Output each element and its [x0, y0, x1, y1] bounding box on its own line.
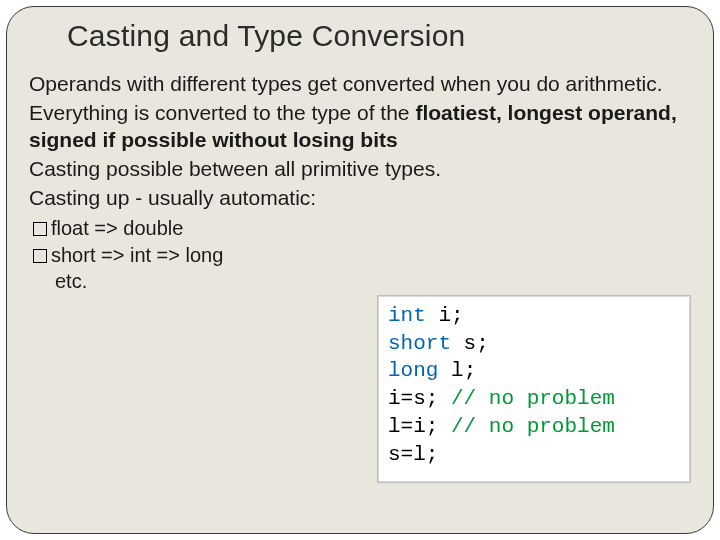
code-assign-is: i=s;: [388, 387, 451, 410]
paragraph-casting-possible: Casting possible between all primitive t…: [29, 156, 691, 183]
comment-no-problem-2: // no problem: [451, 415, 615, 438]
code-assign-li: l=i;: [388, 415, 451, 438]
slide-body: Operands with different types get conver…: [29, 71, 691, 295]
comment-no-problem-1: // no problem: [451, 387, 615, 410]
code-decl-l: l;: [438, 359, 476, 382]
text-everything-converted: Everything is converted to the type of t…: [29, 101, 415, 124]
bullet-float-double: float => double: [51, 217, 183, 239]
slide-frame: Casting and Type Conversion Operands wit…: [6, 6, 714, 534]
bullet-short-int-long: short => int => long: [51, 244, 223, 266]
square-bullet-icon: [33, 222, 47, 236]
slide-title: Casting and Type Conversion: [67, 19, 691, 53]
bullet-continuation-etc: etc.: [29, 269, 691, 295]
keyword-int: int: [388, 304, 426, 327]
keyword-short: short: [388, 332, 451, 355]
code-decl-i: i;: [426, 304, 464, 327]
list-item: short => int => long: [29, 242, 691, 269]
code-assign-sl: s=l;: [388, 443, 438, 466]
paragraph-conversion-rule: Everything is converted to the type of t…: [29, 100, 691, 154]
bullet-list: float => double short => int => long etc…: [29, 215, 691, 295]
keyword-long: long: [388, 359, 438, 382]
paragraph-operands: Operands with different types get conver…: [29, 71, 691, 98]
code-example-box: int i; short s; long l; i=s; // no probl…: [377, 295, 691, 483]
code-decl-s: s;: [451, 332, 489, 355]
paragraph-casting-up: Casting up - usually automatic:: [29, 185, 691, 212]
list-item: float => double: [29, 215, 691, 242]
code-block: int i; short s; long l; i=s; // no probl…: [388, 302, 680, 468]
square-bullet-icon: [33, 249, 47, 263]
